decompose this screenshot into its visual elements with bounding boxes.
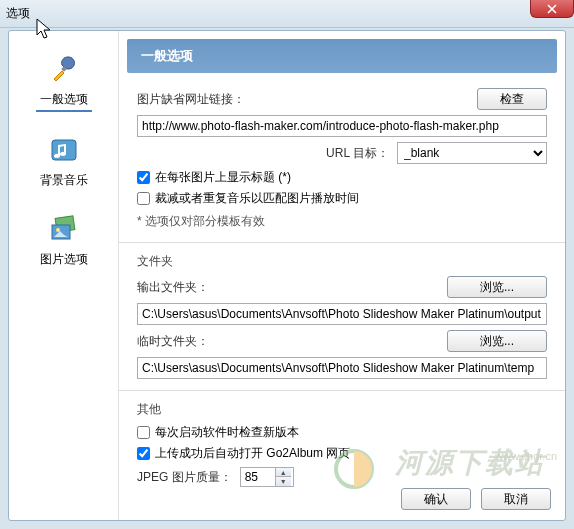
label-default-url: 图片缺省网址链接： (137, 91, 245, 108)
close-icon (547, 4, 557, 14)
close-button[interactable] (530, 0, 574, 18)
show-title-checkbox[interactable] (137, 171, 150, 184)
checkbox-row-go2album[interactable]: 上传成功后自动打开 Go2Album 网页 (137, 445, 547, 462)
trim-music-checkbox[interactable] (137, 192, 150, 205)
content-panel: 一般选项 图片缺省网址链接： 检查 URL 目标： _blank 在每张图片上显… (119, 31, 565, 520)
section-folders: 文件夹 输出文件夹： 浏览... 临时文件夹： 浏览... (119, 243, 565, 384)
dialog-footer: 确认 取消 (401, 488, 551, 510)
photo-icon (48, 213, 80, 245)
browse-temp-button[interactable]: 浏览... (447, 330, 547, 352)
checkbox-row-show-title[interactable]: 在每张图片上显示标题 (*) (137, 169, 547, 186)
template-note: * 选项仅对部分模板有效 (137, 213, 547, 230)
checkbox-row-trim-music[interactable]: 裁减或者重复音乐以匹配图片播放时间 (137, 190, 547, 207)
ok-button[interactable]: 确认 (401, 488, 471, 510)
svg-point-4 (56, 228, 60, 232)
window-body: 一般选项 背景音乐 图片选项 一般选项 图片缺省网址链接： 检查 URL 目标： (8, 30, 566, 521)
music-icon (48, 134, 80, 166)
label-output-folder: 输出文件夹： (137, 279, 209, 296)
section-general: 图片缺省网址链接： 检查 URL 目标： _blank 在每张图片上显示标题 (… (119, 73, 565, 236)
check-button[interactable]: 检查 (477, 88, 547, 110)
go2album-label: 上传成功后自动打开 Go2Album 网页 (155, 445, 350, 462)
label-url-target: URL 目标： (326, 145, 389, 162)
url-target-select[interactable]: _blank (397, 142, 547, 164)
sidebar-label: 一般选项 (36, 89, 92, 112)
other-title: 其他 (137, 401, 547, 418)
sidebar-label: 背景音乐 (36, 170, 92, 191)
tools-icon (48, 53, 80, 85)
temp-folder-input[interactable] (137, 357, 547, 379)
cancel-button[interactable]: 取消 (481, 488, 551, 510)
section-header: 一般选项 (127, 39, 557, 73)
titlebar: 选项 (0, 0, 574, 28)
show-title-label: 在每张图片上显示标题 (*) (155, 169, 291, 186)
jpeg-quality-input[interactable] (241, 468, 275, 486)
sidebar: 一般选项 背景音乐 图片选项 (9, 31, 119, 520)
spin-down-icon[interactable]: ▼ (275, 477, 291, 486)
jpeg-quality-stepper[interactable]: ▲ ▼ (240, 467, 294, 487)
browse-output-button[interactable]: 浏览... (447, 276, 547, 298)
sidebar-item-music[interactable]: 背景音乐 (13, 128, 114, 197)
sidebar-item-general[interactable]: 一般选项 (13, 47, 114, 118)
sidebar-item-photo[interactable]: 图片选项 (13, 207, 114, 276)
trim-music-label: 裁减或者重复音乐以匹配图片播放时间 (155, 190, 359, 207)
sidebar-label: 图片选项 (36, 249, 92, 270)
output-folder-input[interactable] (137, 303, 547, 325)
check-update-checkbox[interactable] (137, 426, 150, 439)
window-title: 选项 (6, 5, 30, 22)
checkbox-row-update[interactable]: 每次启动软件时检查新版本 (137, 424, 547, 441)
go2album-checkbox[interactable] (137, 447, 150, 460)
folders-title: 文件夹 (137, 253, 547, 270)
default-url-input[interactable] (137, 115, 547, 137)
spin-up-icon[interactable]: ▲ (275, 468, 291, 477)
section-other: 其他 每次启动软件时检查新版本 上传成功后自动打开 Go2Album 网页 JP… (119, 391, 565, 492)
label-jpeg-quality: JPEG 图片质量： (137, 469, 232, 486)
check-update-label: 每次启动软件时检查新版本 (155, 424, 299, 441)
label-temp-folder: 临时文件夹： (137, 333, 209, 350)
